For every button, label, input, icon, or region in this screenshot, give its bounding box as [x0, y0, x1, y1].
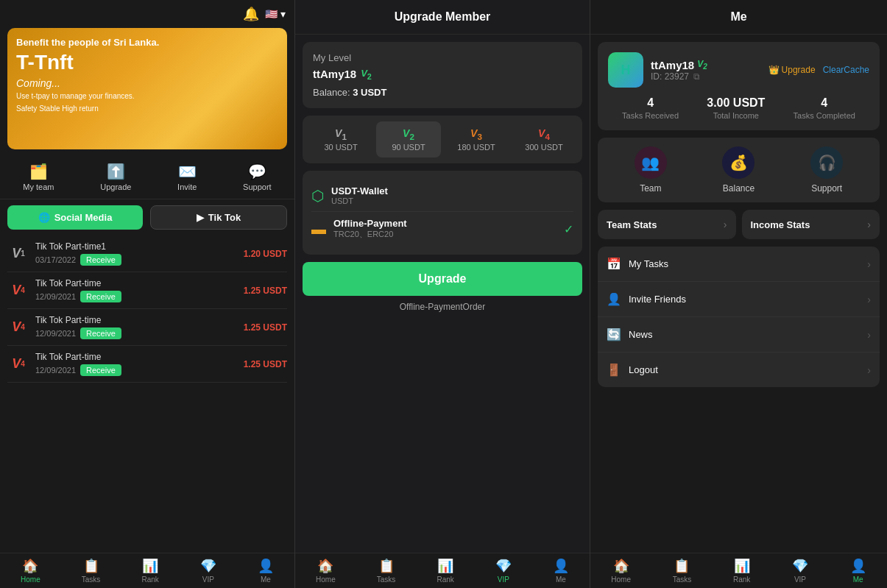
menu-news[interactable]: 🔄 News › [598, 317, 880, 353]
right-vip-icon: 💎 [792, 558, 808, 574]
banner-coming: Coming... [16, 77, 278, 89]
vip-tab-4-num: V4 [515, 127, 573, 141]
logout-label: Logout [629, 364, 860, 375]
mid-bnav-rank[interactable]: 📊 Rank [437, 558, 453, 584]
vip-tab-3-amount: 180 USDT [447, 143, 506, 152]
usdt-wallet-sub: USDT [331, 196, 388, 205]
upgrade-main-button[interactable]: Upgrade [303, 262, 582, 296]
menu-logout[interactable]: 🚪 Logout › [598, 353, 880, 387]
task-amount: 1.25 USDT [244, 286, 287, 296]
task-date-row: 12/09/2021 Receive [35, 327, 238, 339]
social-media-icon: 🌐 [38, 212, 50, 223]
mid-vip-icon: 💎 [495, 558, 512, 574]
receive-button[interactable]: Receive [80, 364, 121, 376]
invite-friends-icon: 👤 [607, 292, 621, 306]
support-icon: 💬 [248, 163, 266, 180]
social-media-button[interactable]: 🌐 Social Media [7, 205, 143, 230]
mid-bnav-me[interactable]: 👤 Me [553, 558, 569, 584]
vip-tab-4[interactable]: V4 300 USDT [512, 121, 576, 158]
banner-brand: T-Tnft [16, 51, 278, 74]
bnav-tasks-label: Tasks [82, 575, 101, 584]
nav-upgrade[interactable]: ⬆️ Upgrade [94, 160, 137, 194]
payment-usdt-wallet[interactable]: ⬡ USDT-Wallet USDT [311, 180, 573, 212]
language-selector[interactable]: 🇺🇸 ▾ [265, 8, 286, 20]
nav-upgrade-label: Upgrade [100, 183, 131, 191]
mid-bnav-home[interactable]: 🏠 Home [316, 558, 336, 584]
bnav-me[interactable]: 👤 Me [258, 558, 274, 584]
vip-tab-1[interactable]: V1 30 USDT [308, 121, 373, 158]
usdt-wallet-name: USDT-Wallet [331, 185, 388, 196]
my-level-card: My Level ttAmy18 V2 Balance: 3 USDT [303, 42, 582, 108]
bnav-home[interactable]: 🏠 Home [21, 558, 40, 584]
receive-button[interactable]: Receive [80, 291, 121, 302]
menu-my-tasks[interactable]: 📅 My Tasks › [598, 247, 880, 282]
nav-invite[interactable]: ✉️ Invite [172, 160, 202, 194]
action-team[interactable]: 👥 Team [635, 146, 667, 194]
bnav-vip[interactable]: 💎 VIP [200, 558, 216, 584]
right-bnav-rank-label: Rank [733, 575, 750, 584]
receive-button[interactable]: Receive [80, 254, 121, 266]
vip-icon: 💎 [200, 558, 216, 574]
news-label: News [629, 329, 860, 340]
vip-tab-2[interactable]: V2 90 USDT [376, 121, 441, 158]
action-support[interactable]: 🎧 Support [810, 146, 843, 194]
income-stats-card[interactable]: Income Stats › [742, 210, 880, 239]
vip-tab-2-amount: 90 USDT [379, 143, 438, 152]
my-tasks-icon: 📅 [607, 257, 621, 271]
right-title: Me [590, 0, 887, 35]
stat-total-income-label: Total Income [707, 111, 765, 120]
nav-my-team[interactable]: 🗂️ My team [17, 160, 60, 194]
payment-info-offline: Offline-Payment TRC20、ERC20 [333, 218, 407, 240]
payment-offline[interactable]: ▬ Offline-Payment TRC20、ERC20 ✓ [311, 212, 573, 246]
right-bnav-vip-label: VIP [794, 575, 806, 584]
profile-upgrade-button[interactable]: 👑 Upgrade [768, 65, 816, 75]
income-stats-chevron-icon: › [867, 219, 871, 230]
right-bnav-me[interactable]: 👤 Me [850, 558, 866, 584]
action-balance[interactable]: 💰 Balance [722, 146, 755, 194]
mid-bnav-rank-label: Rank [437, 575, 453, 584]
tiktok-button[interactable]: ▶ Tik Tok [150, 205, 287, 230]
my-tasks-chevron-icon: › [867, 258, 871, 270]
receive-button[interactable]: Receive [80, 327, 121, 339]
level-user: ttAmy18 V2 [313, 68, 572, 81]
vip-tab-3[interactable]: V3 180 USDT [444, 121, 509, 158]
task-amount: 1.25 USDT [244, 359, 287, 369]
right-bnav-rank[interactable]: 📊 Rank [733, 558, 750, 584]
mid-bnav-tasks[interactable]: 📋 Tasks [377, 558, 396, 584]
nav-support[interactable]: 💬 Support [237, 160, 278, 194]
mid-rank-icon: 📊 [437, 558, 453, 574]
stats-cards-row: Team Stats › Income Stats › [598, 210, 880, 239]
right-bnav-home[interactable]: 🏠 Home [611, 558, 631, 584]
menu-list: 📅 My Tasks › 👤 Invite Friends › 🔄 News ›… [598, 247, 880, 387]
bnav-vip-label: VIP [202, 575, 214, 584]
nav-invite-label: Invite [177, 183, 197, 191]
right-bnav-tasks[interactable]: 📋 Tasks [673, 558, 692, 584]
offline-payment-name: Offline-Payment [333, 218, 407, 229]
balance-action-icon: 💰 [722, 146, 755, 179]
task-item: V1 Tik Tok Part-time1 03/17/2022 Receive… [7, 235, 287, 272]
team-stats-card[interactable]: Team Stats › [598, 210, 736, 239]
notification-bell-icon[interactable]: 🔔 [243, 6, 259, 22]
stat-tasks-completed: 4 Tasks Completed [794, 96, 855, 120]
task-amount: 1.25 USDT [244, 322, 287, 333]
task-item: V4 Tik Tok Part-time 12/09/2021 Receive … [7, 309, 287, 346]
menu-invite-friends[interactable]: 👤 Invite Friends › [598, 282, 880, 317]
mid-bnav-me-label: Me [556, 575, 566, 584]
income-stats-label: Income Stats [751, 219, 810, 230]
news-icon: 🔄 [607, 327, 621, 341]
offline-order-label: Offline-PaymentOrder [303, 302, 582, 312]
profile-text: ttAmy18 V2 ID: 23927 ⧉ [651, 59, 707, 82]
task-date-row: 12/09/2021 Receive [35, 291, 238, 302]
bnav-rank[interactable]: 📊 Rank [141, 558, 158, 584]
bnav-tasks[interactable]: 📋 Tasks [82, 558, 101, 584]
right-bnav-vip[interactable]: 💎 VIP [792, 558, 808, 584]
copy-id-icon[interactable]: ⧉ [693, 71, 700, 82]
mid-bnav-vip[interactable]: 💎 VIP [495, 558, 512, 584]
clear-cache-button[interactable]: ClearCache [823, 65, 869, 75]
stat-total-income-value: 3.00 USDT [707, 96, 765, 110]
right-rank-icon: 📊 [734, 558, 750, 574]
task-date: 12/09/2021 [35, 292, 76, 301]
tiktok-label: Tik Tok [208, 212, 241, 223]
task-info: Tik Tok Part-time 12/09/2021 Receive [35, 352, 238, 376]
task-info: Tik Tok Part-time1 03/17/2022 Receive [35, 241, 238, 266]
